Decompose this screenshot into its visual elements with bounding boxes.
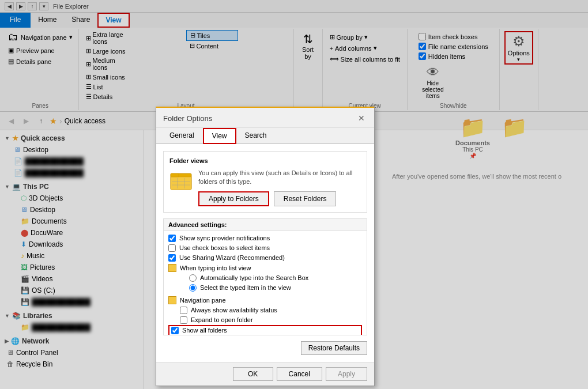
- sidebar-item-music[interactable]: ♪ Music: [0, 250, 144, 262]
- tab-home[interactable]: Home: [31, 13, 64, 28]
- adv-item-showallfolders[interactable]: Show all folders: [168, 325, 362, 335]
- sidebar-item-pictures[interactable]: 🖼 Pictures: [0, 262, 144, 273]
- details-pane-icon: ▤: [8, 58, 14, 65]
- size-columns-button[interactable]: ⟺ Size all columns to fit: [326, 54, 404, 64]
- sort-button[interactable]: ⇅ Sort by: [297, 30, 318, 62]
- apply-to-folders-button[interactable]: Apply to Folders: [198, 191, 269, 206]
- restore-defaults-button[interactable]: Restore Defaults: [301, 341, 367, 355]
- title-bar-forward-icon[interactable]: ▶: [16, 2, 25, 10]
- sidebar-item-blurred2[interactable]: 📄 ████████████: [0, 167, 144, 179]
- osc-label: OS (C:): [32, 286, 55, 294]
- tab-view[interactable]: View: [97, 13, 129, 28]
- group-by-button[interactable]: ⊞ Group by ▾: [326, 32, 371, 42]
- title-bar-up-icon[interactable]: ↑: [28, 2, 37, 10]
- sidebar-item-desktop[interactable]: 🖥 Desktop: [0, 144, 144, 156]
- dialog-tab-view[interactable]: View: [203, 128, 236, 144]
- tiles-btn[interactable]: ⊟ Tiles: [186, 30, 238, 41]
- add-columns-button[interactable]: + Add columns ▾: [326, 43, 380, 53]
- hidden-items-item[interactable]: Hidden items: [419, 52, 465, 61]
- ok-button[interactable]: OK: [233, 367, 273, 381]
- apply-button[interactable]: Apply: [326, 367, 367, 381]
- controlpanel-icon: 🖥: [7, 349, 14, 357]
- extra-large-icons-btn[interactable]: ⊞ Extra large icons: [82, 30, 134, 46]
- sidebar-item-downloads[interactable]: ⬇ Downloads: [0, 239, 144, 250]
- adv-checkbox-availability[interactable]: [180, 307, 187, 314]
- reset-folders-button[interactable]: Reset Folders: [274, 191, 337, 206]
- sidebar-item-documents[interactable]: 📁 Documents: [0, 216, 144, 227]
- extra-large-icons-icon: ⊞: [86, 35, 91, 42]
- sidebar-item-blurred1[interactable]: 📄 ████████████: [0, 156, 144, 167]
- group-by-arrow-icon: ▾: [364, 33, 368, 41]
- adv-checkbox-checkboxes[interactable]: [168, 244, 176, 252]
- hidden-items-checkbox[interactable]: [419, 52, 426, 60]
- adv-checkbox-sync[interactable]: [168, 235, 176, 242]
- adv-label-availability: Always show availability status: [191, 307, 277, 314]
- adv-radio-autosearch[interactable]: [189, 274, 197, 282]
- adv-checkbox-showallfolders[interactable]: [171, 327, 179, 334]
- adv-radio-selectitem[interactable]: [189, 284, 197, 292]
- details-btn[interactable]: ☰ Details: [82, 92, 134, 101]
- small-icons-btn[interactable]: ⊞ Small icons: [82, 72, 134, 82]
- file-extensions-item[interactable]: File name extensions: [419, 42, 488, 51]
- title-bar-back-icon[interactable]: ◀: [5, 2, 14, 10]
- adv-item-checkboxes[interactable]: Use check boxes to select items: [168, 243, 362, 253]
- sidebar-libraries[interactable]: ▼ 📚 Libraries: [0, 310, 144, 322]
- sidebar-item-3dobjects[interactable]: ⬡ 3D Objects: [0, 192, 144, 204]
- sidebar-network[interactable]: ▶ 🌐 Network: [0, 335, 144, 347]
- sidebar-item-docuware[interactable]: ⬤ DocuWare: [0, 227, 144, 239]
- sidebar-controlpanel[interactable]: 🖥 Control Panel: [0, 347, 144, 358]
- sidebar-recyclebin[interactable]: 🗑 Recycle Bin: [0, 358, 144, 370]
- preview-pane-button[interactable]: ▣ Preview pane: [6, 46, 75, 55]
- group-by-icon: ⊞: [330, 33, 335, 41]
- tab-share[interactable]: Share: [64, 13, 97, 28]
- hide-selected-items-button[interactable]: 👁 Hide selected items: [416, 61, 450, 101]
- adv-item-selectitem[interactable]: Select the typed item in the view: [168, 283, 362, 293]
- sidebar-quickaccess[interactable]: ▼ ★ Quick access: [0, 133, 144, 144]
- details-pane-button[interactable]: ▤ Details pane: [6, 56, 75, 66]
- item-checkboxes-item[interactable]: Item check boxes: [419, 32, 478, 41]
- sidebar-item-blurred4[interactable]: 📁 ████████████: [0, 322, 144, 333]
- forward-button[interactable]: ▶: [20, 115, 32, 127]
- downloads-icon: ⬇: [21, 240, 27, 248]
- adv-checkbox-sharing[interactable]: [168, 254, 176, 262]
- documents-item-sublabel: This PC: [462, 146, 483, 153]
- options-button[interactable]: ⚙ Options ▾: [504, 31, 533, 65]
- adv-item-expand[interactable]: Expand to open folder: [168, 315, 362, 325]
- content-btn[interactable]: ⊟ Content: [186, 41, 238, 51]
- medium-icons-btn[interactable]: ⊞ Medium icons: [82, 56, 134, 72]
- cancel-button[interactable]: Cancel: [277, 367, 322, 381]
- file-extensions-checkbox[interactable]: [419, 43, 426, 50]
- sidebar-item-osc[interactable]: 💾 OS (C:): [0, 285, 144, 296]
- sidebar-item-desktop2[interactable]: 🖥 Desktop: [0, 204, 144, 216]
- options-icon: ⚙: [512, 33, 525, 50]
- adv-item-autosearch[interactable]: Automatically type into the Search Box: [168, 273, 362, 283]
- dialog-tab-search[interactable]: Search: [236, 128, 276, 144]
- expand-arrow-icon: ▼: [5, 135, 10, 141]
- title-bar-dropdown-icon[interactable]: ▾: [39, 2, 48, 10]
- documents-item2[interactable]: 📁: [502, 115, 525, 138]
- adv-item-sharing[interactable]: Use Sharing Wizard (Recommended): [168, 253, 362, 263]
- adv-checkbox-expand[interactable]: [180, 316, 187, 324]
- up-button[interactable]: ↑: [35, 115, 47, 127]
- adv-label-expand: Expand to open folder: [191, 316, 253, 323]
- list-btn[interactable]: ☰ List: [82, 82, 134, 92]
- dialog-tab-general[interactable]: General: [161, 128, 203, 144]
- preview-pane-label: Preview pane: [16, 47, 55, 54]
- tab-file[interactable]: File: [0, 13, 31, 28]
- sidebar-item-blurred3[interactable]: 💾 ████████████: [0, 296, 144, 308]
- sidebar-thispc[interactable]: ▼ 💻 This PC: [0, 181, 144, 192]
- adv-item-availability[interactable]: Always show availability status: [168, 305, 362, 315]
- navpane-small-icon: [168, 296, 176, 304]
- sidebar-item-videos[interactable]: 🎬 Videos: [0, 273, 144, 285]
- network-label: Network: [22, 337, 49, 345]
- adv-item-sync[interactable]: Show sync provider notifications: [168, 233, 362, 243]
- nav-separator: ›: [59, 116, 62, 126]
- libraries-label: Libraries: [23, 312, 52, 320]
- documents-item[interactable]: 📁 Documents This PC 📌: [450, 115, 496, 159]
- adv-label-showallfolders: Show all folders: [182, 327, 227, 334]
- item-checkboxes-checkbox[interactable]: [419, 33, 426, 40]
- back-button[interactable]: ◀: [5, 115, 17, 127]
- nav-pane-button[interactable]: 🗂 Navigation pane ▾: [6, 30, 75, 44]
- large-icons-btn[interactable]: ⊞ Large icons: [82, 46, 134, 56]
- dialog-close-button[interactable]: ✕: [356, 112, 367, 124]
